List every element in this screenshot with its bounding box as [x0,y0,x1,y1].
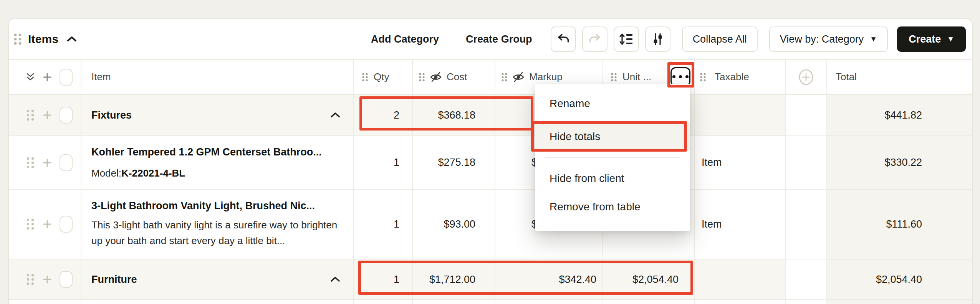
row-checkbox[interactable] [60,216,73,233]
column-context-menu: Rename Hide totals Hide from client Remo… [535,84,690,231]
total-cell: $2,054.40 [827,259,972,299]
add-row-icon[interactable] [43,73,52,82]
row-gutter-cell [9,300,81,304]
qty-value: 1 [394,157,399,169]
drag-handle-icon[interactable] [26,273,35,286]
redo-button[interactable] [582,26,608,52]
category-name: Furniture [91,274,137,286]
header-cost[interactable]: Cost [413,60,495,94]
drag-handle-icon[interactable] [501,72,508,83]
select-all-checkbox[interactable] [60,69,73,86]
create-label: Create [909,33,941,45]
row-height-icon [619,33,634,46]
menu-item-remove-from-table[interactable]: Remove from table [535,196,690,218]
row-checkbox[interactable] [60,107,73,124]
qty-cell[interactable]: 1 [354,136,413,189]
cost-cell[interactable]: $93.00 [413,190,495,259]
model-value: K-22021-4-BL [121,167,185,179]
category-name: Fixtures [91,109,132,121]
item-description: This 3-light bath vanity light is a sure… [91,217,339,249]
taxable-cell [695,300,786,304]
filters-icon [652,32,664,46]
header-item[interactable]: Item [81,60,354,94]
header-qty-label: Qty [374,71,389,83]
add-column-cell [786,136,827,189]
collapse-all-button[interactable]: Collapse All [682,26,758,52]
table-row-partial [9,299,972,304]
header-gutter-cell [9,60,81,94]
row-checkbox[interactable] [60,271,73,288]
drag-handle-icon[interactable] [13,32,23,46]
add-row-icon[interactable] [43,275,52,284]
unit-price-cell [603,300,695,304]
total-cell [827,300,972,304]
drag-handle-icon[interactable] [699,72,707,83]
row-gutter-cell [9,136,81,189]
category-name-cell[interactable]: Furniture [81,259,354,299]
total-value: $111.60 [886,218,922,230]
add-row-icon[interactable] [43,158,52,167]
row-gutter-cell [9,259,81,299]
taxable-value: Item [702,157,722,169]
taxable-cell[interactable]: Item [695,136,786,189]
caret-down-icon: ▼ [947,35,954,43]
drag-handle-icon[interactable] [361,72,369,83]
chevron-up-icon[interactable] [66,35,78,43]
taxable-cell[interactable]: Item [695,190,786,259]
header-taxable[interactable]: Taxable [695,60,786,94]
add-row-icon[interactable] [43,220,52,229]
table-row-item-kohler: Kohler Tempered 1.2 GPM Centerset Bathro… [9,135,972,189]
menu-item-label: Hide from client [550,172,624,185]
drag-handle-icon[interactable] [610,72,618,83]
chevron-up-icon[interactable] [329,112,341,119]
add-row-icon[interactable] [43,111,52,120]
add-category-button[interactable]: Add Category [371,33,439,45]
chevron-up-icon[interactable] [329,276,341,283]
menu-item-rename[interactable]: Rename [535,94,690,113]
view-by-label: View by: Category [780,33,864,45]
expand-all-icon[interactable] [26,72,35,83]
total-cell: $441.82 [827,95,972,135]
drag-handle-icon[interactable] [26,218,35,231]
filters-button[interactable] [645,26,670,52]
header-unit-label: Unit ... [622,71,651,83]
row-gutter-cell [9,190,81,259]
total-value: $2,054.40 [876,274,922,286]
total-value: $441.82 [884,109,922,121]
taxable-cell[interactable] [695,259,786,299]
create-group-button[interactable]: Create Group [466,33,532,45]
qty-value: 1 [394,218,399,230]
create-button[interactable]: Create ▼ [897,26,966,52]
taxable-cell[interactable] [695,95,786,135]
menu-item-hide-from-client[interactable]: Hide from client [535,167,690,190]
annotation-box-column-menu-button [667,62,694,88]
category-name-cell[interactable]: Fixtures [81,95,354,135]
caret-down-icon: ▼ [870,35,877,43]
drag-handle-icon[interactable] [418,72,426,83]
row-height-button[interactable] [614,26,639,52]
header-total-label: Total [836,71,857,83]
cost-cell[interactable]: $275.18 [413,136,495,189]
item-title: Kohler Tempered 1.2 GPM Centerset Bathro… [91,146,322,158]
header-qty[interactable]: Qty [354,60,413,94]
menu-item-label: Remove from table [550,201,641,213]
add-column-cell [786,190,827,259]
row-checkbox[interactable] [60,154,73,171]
item-model: Model:K-22021-4-BL [91,167,322,179]
item-name-cell[interactable]: 3-Light Bathroom Vanity Light, Brushed N… [81,190,354,259]
item-name-cell[interactable]: Kohler Tempered 1.2 GPM Centerset Bathro… [81,136,354,189]
cost-value: $275.18 [438,157,475,169]
add-column-cell [786,259,827,299]
view-by-dropdown[interactable]: View by: Category ▼ [769,26,888,52]
add-column-icon[interactable] [798,69,814,86]
qty-cell[interactable]: 1 [354,190,413,259]
drag-handle-icon[interactable] [26,156,35,169]
toolbar: Items Add Category Create Group [9,19,972,59]
menu-item-label: Rename [550,97,590,110]
eye-off-icon [430,71,442,83]
undo-button[interactable] [551,26,576,52]
header-add-column-cell [786,60,827,94]
annotation-box-fixtures-totals [359,96,533,131]
toolbar-left: Items [13,32,78,46]
drag-handle-icon[interactable] [26,109,35,122]
